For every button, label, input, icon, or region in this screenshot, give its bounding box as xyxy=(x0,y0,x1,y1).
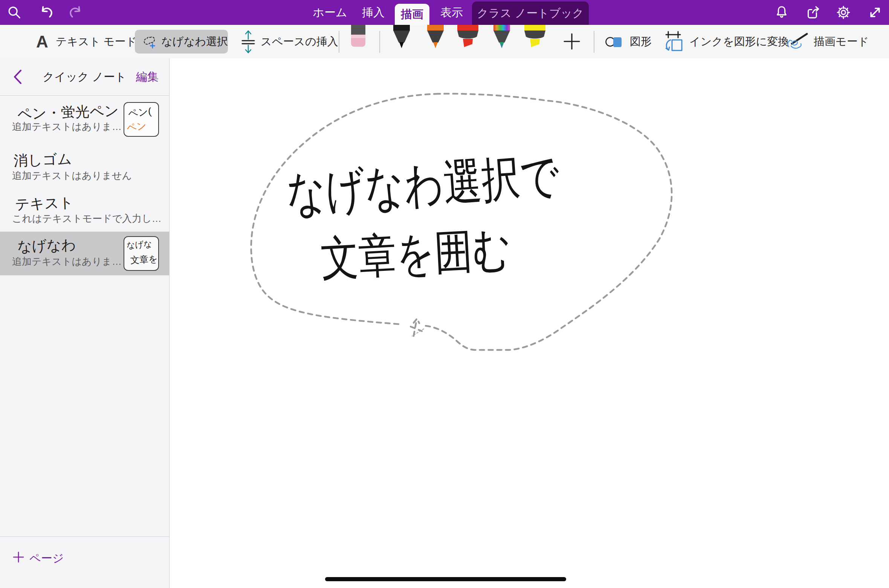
pen-black[interactable] xyxy=(391,25,412,49)
settings-gear-icon[interactable] xyxy=(835,4,852,21)
shapes-button[interactable]: 図形 xyxy=(630,25,652,58)
insert-space-button[interactable]: スペースの挿入 xyxy=(261,25,338,58)
tab-insert[interactable]: 挿入 xyxy=(359,0,388,25)
page-item-pen-highlighter[interactable]: ペン・蛍光ペン 追加テキストはありま… ペン( ペン xyxy=(0,98,170,143)
ink-line-1: なげなわ選択で xyxy=(285,147,561,223)
divider xyxy=(0,95,169,96)
add-pen-button[interactable] xyxy=(563,32,581,50)
text-mode-icon: A xyxy=(36,25,48,58)
drawing-canvas-ink: なげなわ選択で 文章を囲む xyxy=(170,58,889,588)
page-thumbnail: ペン( ペン xyxy=(124,102,159,137)
page-item-text[interactable]: テキスト これはテキストモードで入力し… xyxy=(0,191,170,232)
tab-class-notebook[interactable]: クラス ノートブック xyxy=(472,2,589,25)
plus-icon xyxy=(13,551,24,563)
note-canvas[interactable]: なげなわ選択で 文章を囲む xyxy=(170,58,889,588)
ink-to-shape-button[interactable]: インクを図形に変換 xyxy=(689,25,789,58)
search-icon[interactable] xyxy=(6,4,23,21)
page-list-sidebar: クイック ノート 編集 ペン・蛍光ペン 追加テキストはありま… ペン( ペン 消… xyxy=(0,58,170,588)
share-icon[interactable] xyxy=(805,4,822,21)
top-app-bar: ホーム 挿入 描画 表示 クラス ノートブック xyxy=(0,0,889,25)
toolbar-divider xyxy=(339,31,339,53)
pen-orange[interactable] xyxy=(425,25,446,49)
ink-line-2: 文章を囲む xyxy=(319,221,512,286)
tab-draw[interactable]: 描画 xyxy=(395,4,429,25)
draw-mode-icon xyxy=(786,32,809,51)
redo-icon[interactable] xyxy=(67,4,84,21)
edit-button[interactable]: 編集 xyxy=(136,58,159,95)
draw-mode-button[interactable]: 描画モード xyxy=(814,25,869,58)
lasso-selection-outline xyxy=(251,94,672,350)
ink-to-shape-icon xyxy=(663,30,683,53)
lasso-select-button[interactable]: なげなわ選択 xyxy=(135,30,228,53)
pen-galaxy[interactable] xyxy=(491,25,512,49)
shapes-icon xyxy=(605,34,623,50)
undo-icon[interactable] xyxy=(38,4,55,21)
drawing-toolbar: A テキスト モード なげなわ選択 スペースの挿入 xyxy=(0,25,889,59)
highlighter-yellow[interactable] xyxy=(524,25,546,49)
add-page-button[interactable]: ページ xyxy=(0,536,169,588)
text-mode-button[interactable]: テキスト モード xyxy=(56,25,137,58)
tab-home[interactable]: ホーム xyxy=(312,0,348,25)
page-thumbnail: なげな 文章を xyxy=(124,236,159,271)
page-item-lasso-selected[interactable]: なげなわ 追加テキストはありま… なげな 文章を xyxy=(0,232,170,275)
page-item-eraser[interactable]: 消しゴム 追加テキストはありません xyxy=(0,147,170,189)
toolbar-divider xyxy=(594,31,594,53)
notifications-bell-icon[interactable] xyxy=(773,4,790,21)
onenote-app: ホーム 挿入 描画 表示 クラス ノートブック xyxy=(0,0,889,588)
insert-space-icon xyxy=(241,30,255,53)
tab-view[interactable]: 表示 xyxy=(437,0,466,25)
highlighter-red[interactable] xyxy=(457,25,479,49)
toolbar-divider xyxy=(379,31,380,53)
eraser-tool[interactable] xyxy=(351,25,365,47)
home-indicator[interactable] xyxy=(325,577,566,581)
handwritten-ink-text: なげなわ選択で 文章を囲む xyxy=(285,147,561,286)
fullscreen-expand-icon[interactable] xyxy=(866,4,884,21)
lasso-icon xyxy=(141,33,157,51)
